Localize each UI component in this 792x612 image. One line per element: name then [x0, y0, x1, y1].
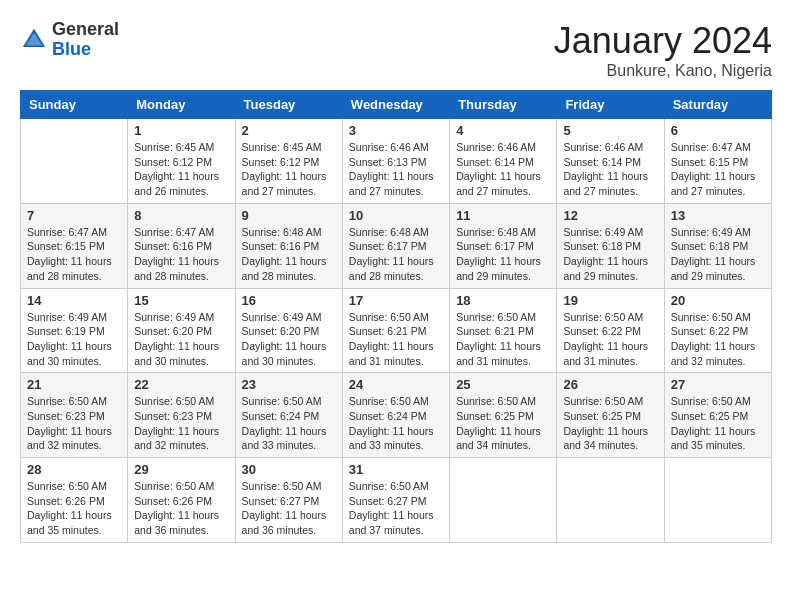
day-number: 10: [349, 208, 443, 223]
day-number: 21: [27, 377, 121, 392]
day-info: Sunrise: 6:50 AM Sunset: 6:23 PM Dayligh…: [27, 394, 121, 453]
day-info: Sunrise: 6:50 AM Sunset: 6:21 PM Dayligh…: [349, 310, 443, 369]
day-number: 9: [242, 208, 336, 223]
table-row: 20Sunrise: 6:50 AM Sunset: 6:22 PM Dayli…: [664, 288, 771, 373]
day-number: 5: [563, 123, 657, 138]
day-number: 6: [671, 123, 765, 138]
day-number: 28: [27, 462, 121, 477]
calendar-week-4: 28Sunrise: 6:50 AM Sunset: 6:26 PM Dayli…: [21, 458, 772, 543]
calendar-header: Sunday Monday Tuesday Wednesday Thursday…: [21, 91, 772, 119]
day-info: Sunrise: 6:50 AM Sunset: 6:27 PM Dayligh…: [349, 479, 443, 538]
table-row: 27Sunrise: 6:50 AM Sunset: 6:25 PM Dayli…: [664, 373, 771, 458]
table-row: 18Sunrise: 6:50 AM Sunset: 6:21 PM Dayli…: [450, 288, 557, 373]
day-number: 16: [242, 293, 336, 308]
calendar-week-1: 7Sunrise: 6:47 AM Sunset: 6:15 PM Daylig…: [21, 203, 772, 288]
logo-general: General: [52, 19, 119, 39]
table-row: [450, 458, 557, 543]
day-info: Sunrise: 6:50 AM Sunset: 6:23 PM Dayligh…: [134, 394, 228, 453]
table-row: 31Sunrise: 6:50 AM Sunset: 6:27 PM Dayli…: [342, 458, 449, 543]
table-row: 16Sunrise: 6:49 AM Sunset: 6:20 PM Dayli…: [235, 288, 342, 373]
day-number: 15: [134, 293, 228, 308]
day-number: 13: [671, 208, 765, 223]
logo: General Blue: [20, 20, 119, 60]
day-info: Sunrise: 6:50 AM Sunset: 6:21 PM Dayligh…: [456, 310, 550, 369]
table-row: 10Sunrise: 6:48 AM Sunset: 6:17 PM Dayli…: [342, 203, 449, 288]
logo-text: General Blue: [52, 20, 119, 60]
col-wednesday: Wednesday: [342, 91, 449, 119]
day-info: Sunrise: 6:50 AM Sunset: 6:22 PM Dayligh…: [563, 310, 657, 369]
day-info: Sunrise: 6:45 AM Sunset: 6:12 PM Dayligh…: [134, 140, 228, 199]
calendar-body: 1Sunrise: 6:45 AM Sunset: 6:12 PM Daylig…: [21, 119, 772, 543]
title-block: January 2024 Bunkure, Kano, Nigeria: [554, 20, 772, 80]
day-number: 8: [134, 208, 228, 223]
table-row: 2Sunrise: 6:45 AM Sunset: 6:12 PM Daylig…: [235, 119, 342, 204]
table-row: 26Sunrise: 6:50 AM Sunset: 6:25 PM Dayli…: [557, 373, 664, 458]
table-row: 21Sunrise: 6:50 AM Sunset: 6:23 PM Dayli…: [21, 373, 128, 458]
day-number: 14: [27, 293, 121, 308]
col-tuesday: Tuesday: [235, 91, 342, 119]
day-number: 3: [349, 123, 443, 138]
day-number: 22: [134, 377, 228, 392]
day-info: Sunrise: 6:49 AM Sunset: 6:20 PM Dayligh…: [242, 310, 336, 369]
header-row: Sunday Monday Tuesday Wednesday Thursday…: [21, 91, 772, 119]
table-row: 28Sunrise: 6:50 AM Sunset: 6:26 PM Dayli…: [21, 458, 128, 543]
day-info: Sunrise: 6:50 AM Sunset: 6:24 PM Dayligh…: [242, 394, 336, 453]
day-info: Sunrise: 6:49 AM Sunset: 6:20 PM Dayligh…: [134, 310, 228, 369]
table-row: 25Sunrise: 6:50 AM Sunset: 6:25 PM Dayli…: [450, 373, 557, 458]
day-number: 17: [349, 293, 443, 308]
day-number: 19: [563, 293, 657, 308]
table-row: 7Sunrise: 6:47 AM Sunset: 6:15 PM Daylig…: [21, 203, 128, 288]
day-info: Sunrise: 6:49 AM Sunset: 6:18 PM Dayligh…: [563, 225, 657, 284]
table-row: 15Sunrise: 6:49 AM Sunset: 6:20 PM Dayli…: [128, 288, 235, 373]
table-row: 1Sunrise: 6:45 AM Sunset: 6:12 PM Daylig…: [128, 119, 235, 204]
location: Bunkure, Kano, Nigeria: [554, 62, 772, 80]
day-info: Sunrise: 6:48 AM Sunset: 6:17 PM Dayligh…: [349, 225, 443, 284]
table-row: 8Sunrise: 6:47 AM Sunset: 6:16 PM Daylig…: [128, 203, 235, 288]
table-row: 5Sunrise: 6:46 AM Sunset: 6:14 PM Daylig…: [557, 119, 664, 204]
day-info: Sunrise: 6:50 AM Sunset: 6:26 PM Dayligh…: [134, 479, 228, 538]
day-number: 23: [242, 377, 336, 392]
table-row: 4Sunrise: 6:46 AM Sunset: 6:14 PM Daylig…: [450, 119, 557, 204]
table-row: [21, 119, 128, 204]
day-info: Sunrise: 6:50 AM Sunset: 6:25 PM Dayligh…: [563, 394, 657, 453]
table-row: 14Sunrise: 6:49 AM Sunset: 6:19 PM Dayli…: [21, 288, 128, 373]
table-row: 11Sunrise: 6:48 AM Sunset: 6:17 PM Dayli…: [450, 203, 557, 288]
table-row: 12Sunrise: 6:49 AM Sunset: 6:18 PM Dayli…: [557, 203, 664, 288]
month-title: January 2024: [554, 20, 772, 62]
day-info: Sunrise: 6:46 AM Sunset: 6:13 PM Dayligh…: [349, 140, 443, 199]
day-info: Sunrise: 6:46 AM Sunset: 6:14 PM Dayligh…: [563, 140, 657, 199]
table-row: 9Sunrise: 6:48 AM Sunset: 6:16 PM Daylig…: [235, 203, 342, 288]
day-info: Sunrise: 6:49 AM Sunset: 6:19 PM Dayligh…: [27, 310, 121, 369]
table-row: [664, 458, 771, 543]
day-number: 30: [242, 462, 336, 477]
table-row: 22Sunrise: 6:50 AM Sunset: 6:23 PM Dayli…: [128, 373, 235, 458]
col-friday: Friday: [557, 91, 664, 119]
day-info: Sunrise: 6:50 AM Sunset: 6:26 PM Dayligh…: [27, 479, 121, 538]
logo-blue: Blue: [52, 39, 91, 59]
col-monday: Monday: [128, 91, 235, 119]
table-row: 30Sunrise: 6:50 AM Sunset: 6:27 PM Dayli…: [235, 458, 342, 543]
day-number: 11: [456, 208, 550, 223]
table-row: 3Sunrise: 6:46 AM Sunset: 6:13 PM Daylig…: [342, 119, 449, 204]
col-thursday: Thursday: [450, 91, 557, 119]
day-info: Sunrise: 6:48 AM Sunset: 6:16 PM Dayligh…: [242, 225, 336, 284]
table-row: 17Sunrise: 6:50 AM Sunset: 6:21 PM Dayli…: [342, 288, 449, 373]
day-number: 1: [134, 123, 228, 138]
day-number: 25: [456, 377, 550, 392]
day-info: Sunrise: 6:49 AM Sunset: 6:18 PM Dayligh…: [671, 225, 765, 284]
day-number: 29: [134, 462, 228, 477]
logo-icon: [20, 26, 48, 54]
calendar-week-2: 14Sunrise: 6:49 AM Sunset: 6:19 PM Dayli…: [21, 288, 772, 373]
day-info: Sunrise: 6:47 AM Sunset: 6:15 PM Dayligh…: [27, 225, 121, 284]
day-number: 2: [242, 123, 336, 138]
day-number: 4: [456, 123, 550, 138]
day-number: 12: [563, 208, 657, 223]
table-row: 24Sunrise: 6:50 AM Sunset: 6:24 PM Dayli…: [342, 373, 449, 458]
calendar-week-0: 1Sunrise: 6:45 AM Sunset: 6:12 PM Daylig…: [21, 119, 772, 204]
table-row: [557, 458, 664, 543]
day-number: 26: [563, 377, 657, 392]
day-info: Sunrise: 6:50 AM Sunset: 6:25 PM Dayligh…: [671, 394, 765, 453]
day-number: 20: [671, 293, 765, 308]
table-row: 29Sunrise: 6:50 AM Sunset: 6:26 PM Dayli…: [128, 458, 235, 543]
day-info: Sunrise: 6:50 AM Sunset: 6:25 PM Dayligh…: [456, 394, 550, 453]
